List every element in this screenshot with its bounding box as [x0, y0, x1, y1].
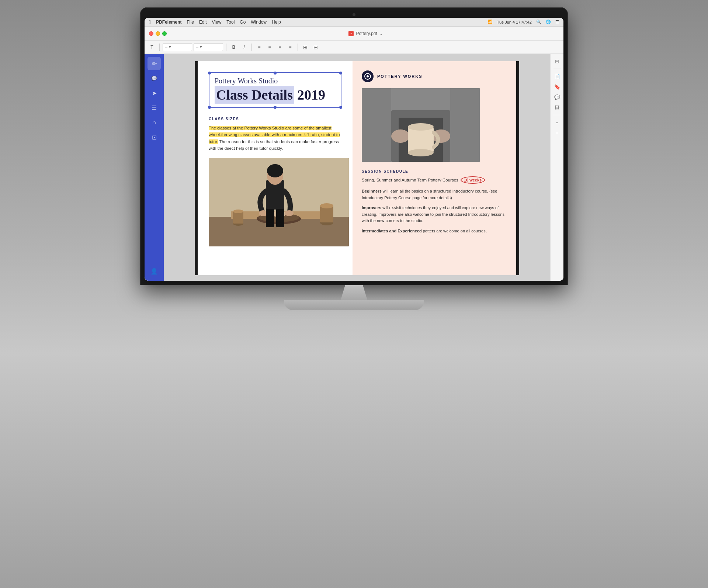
- minimize-button[interactable]: [156, 31, 160, 36]
- session-courses-text: Spring, Summer and Autumn Term Pottery C…: [362, 178, 458, 182]
- beginners-text: will learn all the basics on a structure…: [362, 189, 497, 200]
- beginners-label: Beginners: [362, 189, 382, 193]
- window-title-chevron[interactable]: ⌄: [379, 31, 383, 36]
- italic-icon: I: [243, 45, 244, 50]
- sidebar-item-pencil[interactable]: ✏: [148, 57, 161, 70]
- menu-window[interactable]: Window: [251, 20, 267, 25]
- sidebar-item-home[interactable]: ⌂: [148, 116, 161, 129]
- right-sidebar-add-icon[interactable]: +: [553, 118, 562, 127]
- sidebar-item-page[interactable]: ⊡: [148, 131, 161, 144]
- menu-go[interactable]: Go: [240, 20, 246, 25]
- right-sidebar-separator-2: [553, 115, 561, 115]
- pottery-logo-text: POTTERY WORKS: [377, 74, 423, 79]
- pdf-left-column: Pottery Works Studio Class Details 2019 …: [198, 61, 353, 275]
- sidebar-item-comment[interactable]: 💬: [148, 72, 161, 85]
- insert-icon-button[interactable]: ⊟: [311, 43, 320, 52]
- table-icon-button[interactable]: ⊞: [301, 43, 310, 52]
- svg-rect-29: [362, 88, 391, 162]
- app-name[interactable]: PDFelement: [156, 20, 181, 25]
- svg-rect-26: [408, 127, 434, 153]
- handle-tl: [208, 72, 211, 75]
- align-justify-button[interactable]: ≡: [286, 43, 295, 52]
- comment-tool-icon: 💬: [151, 76, 157, 81]
- mac-window:  PDFelement File Edit View Tool Go Wind…: [145, 18, 563, 281]
- svg-point-8: [267, 164, 283, 177]
- pottery-hands-image: [362, 88, 480, 162]
- wifi-icon: 📶: [487, 20, 493, 24]
- pdf-file-icon: P: [348, 31, 354, 36]
- right-sidebar: ⊞ 📄 🔖 💬 🖼 + −: [550, 54, 563, 281]
- search-icon[interactable]: 🔍: [536, 20, 541, 24]
- user-tool-icon: 👤: [150, 268, 158, 275]
- menu-help[interactable]: Help: [272, 20, 281, 25]
- svg-rect-30: [450, 88, 480, 162]
- right-sidebar-grid-icon[interactable]: ⊞: [553, 57, 562, 66]
- pdf-title-main-text: Class Details: [215, 86, 294, 104]
- page-right-bar: [516, 61, 519, 275]
- layers-tool-icon: ☰: [152, 104, 157, 111]
- handle-br: [339, 106, 342, 109]
- globe-icon: 🌐: [546, 20, 551, 24]
- font-family-dropdown[interactable]: – ▾: [163, 43, 192, 51]
- bold-button[interactable]: B: [229, 43, 238, 52]
- screen-bezel:  PDFelement File Edit View Tool Go Wind…: [140, 7, 568, 285]
- right-sidebar-separator-1: [553, 69, 561, 69]
- right-sidebar-minus-icon[interactable]: −: [553, 128, 562, 137]
- pdf-title-box[interactable]: Pottery Works Studio Class Details 2019: [209, 72, 341, 108]
- align-left-button[interactable]: ≡: [255, 43, 264, 52]
- close-button[interactable]: [149, 31, 153, 36]
- toolbar-separator-2: [226, 44, 226, 51]
- menu-bar-right: 📶 Tue Jun 4 17:47:42 🔍 🌐 ☰: [487, 20, 559, 24]
- camera-notch: [353, 13, 355, 16]
- handle-bl: [208, 106, 211, 109]
- text-tool-icon: T: [150, 45, 153, 50]
- toolbar: T – ▾ – ▾ B I ≡: [145, 41, 563, 54]
- sidebar-item-send[interactable]: ➤: [148, 86, 161, 100]
- right-sidebar-image-icon[interactable]: 🖼: [553, 103, 562, 112]
- menu-edit[interactable]: Edit: [199, 20, 207, 25]
- intermediates-text: potters are welcome on all courses,: [422, 229, 487, 233]
- pencil-tool-icon: ✏: [152, 60, 157, 67]
- pdf-area[interactable]: Pottery Works Studio Class Details 2019 …: [164, 54, 550, 281]
- menu-tool[interactable]: Tool: [226, 20, 235, 25]
- left-sidebar: ✏ 💬 ➤ ☰ ⌂ ⊡: [145, 54, 164, 281]
- right-sidebar-note-icon[interactable]: 📄: [553, 72, 562, 81]
- date-time: Tue Jun 4 17:47:42: [497, 20, 532, 24]
- maximize-button[interactable]: [162, 31, 167, 36]
- title-bar-center: P Pottery.pdf ⌄: [173, 31, 559, 36]
- align-center-button[interactable]: ≡: [265, 43, 274, 52]
- font-size-dropdown[interactable]: – ▾: [194, 43, 223, 51]
- svg-rect-11: [266, 209, 274, 227]
- session-schedule-section: SESSION SCHEDULE Spring, Summer and Autu…: [362, 169, 507, 235]
- align-right-button[interactable]: ≡: [275, 43, 284, 52]
- toolbar-separator-3: [251, 44, 252, 51]
- improvers-text: will re-visit techniques they enjoyed an…: [362, 205, 504, 223]
- toolbar-separator-1: [159, 44, 160, 51]
- bold-icon: B: [232, 45, 236, 50]
- ten-weeks-badge: 10 weeks: [461, 176, 485, 184]
- session-heading: SESSION SCHEDULE: [362, 169, 507, 173]
- traffic-lights: [149, 31, 167, 36]
- intermediates-label: Intermediates and Experienced: [362, 229, 422, 233]
- class-sizes-body: The classes at the Pottery Works Studio …: [209, 125, 341, 152]
- home-tool-icon: ⌂: [152, 119, 156, 126]
- intermediates-paragraph: Intermediates and Experienced potters ar…: [362, 228, 507, 235]
- pdf-title-subtitle: Pottery Works Studio: [215, 77, 336, 85]
- menu-view[interactable]: View: [212, 20, 222, 25]
- session-line: Spring, Summer and Autumn Term Pottery C…: [362, 176, 507, 184]
- class-sizes-section: CLASS SIZES The classes at the Pottery W…: [209, 117, 341, 152]
- apple-logo-icon: : [149, 19, 151, 25]
- right-sidebar-comment-icon[interactable]: 💬: [553, 93, 562, 101]
- sidebar-item-user[interactable]: 👤: [148, 264, 161, 278]
- sidebar-item-layers[interactable]: ☰: [148, 101, 161, 114]
- list-icon[interactable]: ☰: [555, 20, 559, 24]
- svg-point-10: [285, 210, 294, 216]
- dropdown-arrow-2-icon: ▾: [200, 45, 202, 49]
- normal-paragraph: The reason for this is so that students …: [209, 139, 339, 151]
- menu-bar:  PDFelement File Edit View Tool Go Wind…: [145, 18, 563, 27]
- right-sidebar-bookmark-icon[interactable]: 🔖: [553, 82, 562, 91]
- menu-file[interactable]: File: [187, 20, 194, 25]
- text-tool-button[interactable]: T: [148, 43, 156, 52]
- dropdown-arrow-icon: ▾: [169, 45, 171, 49]
- italic-button[interactable]: I: [240, 43, 249, 52]
